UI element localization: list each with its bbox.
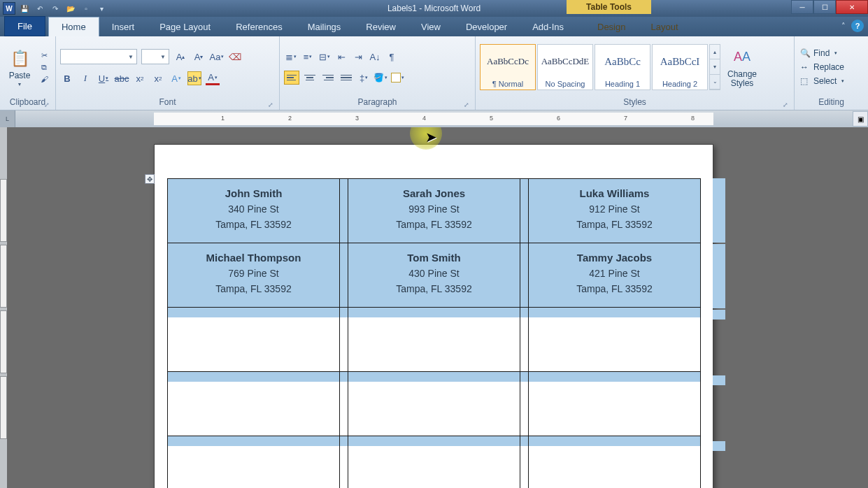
gallery-scroll-down-icon[interactable]: ▾ — [710, 59, 720, 74]
cut-icon[interactable]: ✂ — [38, 51, 50, 60]
font-color-button[interactable]: A▾ — [206, 71, 220, 85]
gallery-expand-icon[interactable]: ⌄ — [710, 75, 720, 89]
find-button[interactable]: 🔍Find▾ — [799, 48, 846, 59]
grow-font-icon[interactable]: A▴ — [173, 50, 187, 64]
styles-launcher-icon[interactable]: ⤢ — [783, 101, 788, 108]
table-move-handle-icon[interactable]: ✥ — [145, 174, 155, 184]
align-left-button[interactable] — [284, 71, 299, 85]
tab-page-layout[interactable]: Page Layout — [147, 17, 223, 36]
gallery-scroll-up-icon[interactable]: ▴ — [710, 45, 720, 59]
style-normal[interactable]: AaBbCcDc ¶ Normal — [480, 44, 536, 90]
label-cell[interactable]: Michael Thompson 769 Pine St Tampa, FL 3… — [168, 243, 340, 308]
label-cell[interactable]: Tammy Jacobs 421 Pine St Tampa, FL 33592 — [529, 243, 701, 308]
labels-table[interactable]: John Smith 340 Pine St Tampa, FL 33592 S… — [167, 178, 701, 488]
align-right-button[interactable] — [320, 71, 336, 85]
shrink-font-icon[interactable]: A▾ — [192, 50, 206, 64]
label-cell[interactable]: Luka Williams 912 Pine St Tampa, FL 3359… — [529, 179, 701, 243]
label-cell[interactable] — [529, 308, 701, 372]
table-row[interactable]: John Smith 340 Pine St Tampa, FL 33592 S… — [168, 179, 701, 243]
label-cell[interactable] — [168, 436, 340, 489]
align-center-button[interactable] — [302, 71, 318, 85]
numbering-button[interactable]: ≡▾ — [301, 50, 315, 64]
tab-insert[interactable]: Insert — [99, 17, 148, 36]
minimize-button[interactable]: ─ — [791, 0, 813, 14]
label-cell[interactable] — [168, 308, 340, 372]
strikethrough-button[interactable]: abc — [115, 71, 129, 85]
bullets-button[interactable]: ≣▾ — [284, 50, 298, 64]
borders-button[interactable]: ▾ — [390, 71, 404, 85]
italic-button[interactable]: I — [78, 71, 92, 85]
decrease-indent-button[interactable]: ⇤ — [334, 50, 348, 64]
tab-review[interactable]: Review — [353, 17, 408, 36]
help-icon[interactable]: ? — [851, 20, 864, 32]
undo-icon[interactable]: ↶ — [34, 2, 46, 15]
maximize-button[interactable]: ☐ — [813, 0, 836, 14]
paragraph-launcher-icon[interactable]: ⤢ — [464, 101, 469, 108]
copy-icon[interactable]: ⧉ — [38, 63, 50, 72]
clear-formatting-icon[interactable]: ⌫ — [228, 50, 242, 64]
style-no-spacing[interactable]: AaBbCcDdE No Spacing — [537, 44, 593, 90]
label-cell[interactable] — [348, 436, 520, 489]
justify-button[interactable] — [339, 71, 354, 85]
increase-indent-button[interactable]: ⇥ — [351, 50, 365, 64]
superscript-button[interactable]: x2 — [151, 71, 165, 85]
table-row[interactable] — [168, 308, 701, 372]
font-size-combo[interactable]: ▼ — [141, 49, 169, 64]
label-cell[interactable]: John Smith 340 Pine St Tampa, FL 33592 — [168, 179, 340, 243]
font-launcher-icon[interactable]: ⤢ — [268, 101, 273, 108]
table-row[interactable] — [168, 436, 701, 489]
format-painter-icon[interactable]: 🖌 — [38, 75, 50, 84]
document-page[interactable]: ✥ John Smith 340 Pine St Tampa, FL 33592… — [154, 144, 713, 488]
text-effects-icon[interactable]: A▾ — [169, 71, 183, 85]
subscript-button[interactable]: x2 — [133, 71, 147, 85]
sort-button[interactable]: A↓ — [368, 50, 382, 64]
replace-button[interactable]: ↔Replace — [799, 62, 846, 73]
style-heading-2[interactable]: AaBbCcI Heading 2 — [652, 44, 708, 90]
label-cell[interactable] — [168, 372, 340, 436]
horizontal-ruler[interactable]: 1 2 3 4 5 6 7 8 — [154, 113, 713, 125]
label-cell[interactable]: Sarah Jones 993 Pine St Tampa, FL 33592 — [348, 179, 520, 243]
qat-customize-icon[interactable]: ▾ — [95, 2, 108, 15]
label-cell[interactable] — [529, 372, 701, 436]
paste-button[interactable]: 📋 Paste ▼ — [4, 46, 35, 88]
show-hide-button[interactable]: ¶ — [385, 50, 399, 64]
multilevel-list-button[interactable]: ⊟▾ — [318, 50, 332, 64]
save-icon[interactable]: 💾 — [18, 2, 31, 15]
label-cell[interactable]: Tom Smith 430 Pine St Tampa, FL 33592 — [348, 243, 520, 308]
bold-button[interactable]: B — [60, 71, 74, 85]
label-cell[interactable] — [529, 436, 701, 489]
clipboard-launcher-icon[interactable]: ⤢ — [44, 101, 50, 108]
word-app-icon[interactable]: W — [3, 2, 15, 15]
tab-selector[interactable]: L — [0, 110, 15, 127]
new-icon[interactable]: ▫ — [80, 2, 92, 15]
tab-developer[interactable]: Developer — [453, 17, 520, 36]
selection-overflow — [713, 375, 725, 385]
select-button[interactable]: ⬚Select▾ — [799, 76, 846, 87]
tab-layout[interactable]: Layout — [638, 17, 690, 36]
underline-button[interactable]: U▾ — [97, 71, 111, 85]
tab-mailings[interactable]: Mailings — [295, 17, 354, 36]
vertical-ruler[interactable] — [0, 127, 7, 488]
table-row[interactable]: Michael Thompson 769 Pine St Tampa, FL 3… — [168, 243, 701, 308]
tab-home[interactable]: Home — [48, 17, 99, 36]
minimize-ribbon-icon[interactable]: ˄ — [841, 22, 846, 31]
font-name-combo[interactable]: ▼ — [60, 49, 137, 64]
tab-addins[interactable]: Add-Ins — [520, 17, 576, 36]
change-case-icon[interactable]: Aa▾ — [210, 50, 224, 64]
open-icon[interactable]: 📂 — [64, 2, 77, 15]
redo-icon[interactable]: ↷ — [49, 2, 62, 15]
ruler-toggle-icon[interactable]: ▣ — [853, 111, 868, 127]
table-row[interactable] — [168, 372, 701, 436]
close-button[interactable]: ✕ — [836, 0, 868, 14]
tab-references[interactable]: References — [223, 17, 294, 36]
shading-button[interactable]: 🪣▾ — [373, 71, 387, 85]
line-spacing-button[interactable]: ‡▾ — [357, 71, 371, 85]
tab-file[interactable]: File — [4, 16, 45, 36]
highlight-color-button[interactable]: ab▾ — [187, 71, 201, 85]
label-cell[interactable] — [348, 372, 520, 436]
tab-view[interactable]: View — [408, 17, 453, 36]
tab-design[interactable]: Design — [585, 17, 638, 36]
style-heading-1[interactable]: AaBbCc Heading 1 — [595, 44, 650, 90]
label-cell[interactable] — [348, 308, 520, 372]
change-styles-button[interactable]: AA Change Styles — [723, 45, 761, 89]
